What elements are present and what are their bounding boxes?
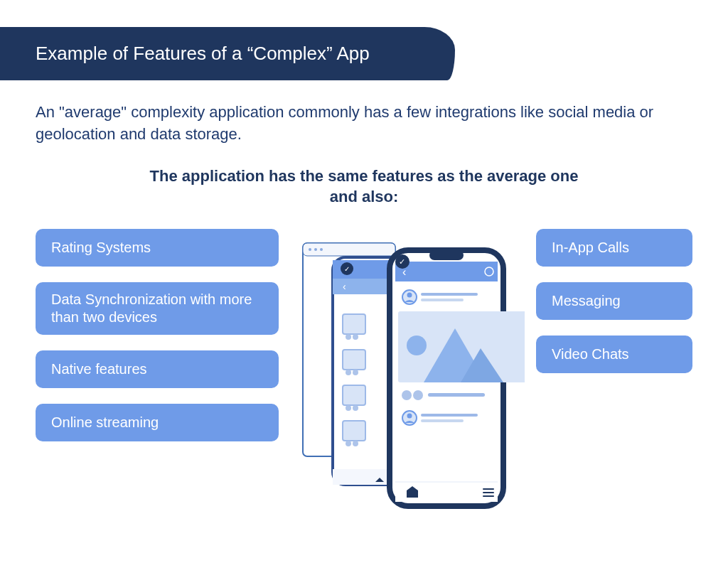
intro-text: An "average" complexity application comm… xyxy=(36,102,675,146)
feature-columns: Rating Systems Data Synchronization with… xyxy=(0,229,728,513)
svg-point-22 xyxy=(353,441,358,446)
svg-point-17 xyxy=(346,370,351,375)
svg-rect-34 xyxy=(421,299,464,301)
feature-pill: Native features xyxy=(36,350,279,388)
feature-label: Data Synchronization with more than two … xyxy=(51,291,252,325)
feature-pill: Messaging xyxy=(536,282,692,320)
feature-label: In-App Calls xyxy=(552,240,629,255)
svg-point-38 xyxy=(413,390,423,400)
svg-point-18 xyxy=(353,370,358,375)
feature-label: Rating Systems xyxy=(51,240,151,255)
feature-label: Online streaming xyxy=(51,414,159,430)
subheading-line1: The application has the same features as… xyxy=(150,167,579,185)
svg-rect-43 xyxy=(421,419,464,422)
subheading: The application has the same features as… xyxy=(115,166,613,208)
svg-text:✓: ✓ xyxy=(399,257,405,266)
svg-rect-42 xyxy=(421,414,478,417)
svg-point-32 xyxy=(407,292,412,297)
svg-rect-14 xyxy=(343,421,365,441)
svg-rect-39 xyxy=(428,393,485,397)
svg-rect-11 xyxy=(343,314,365,334)
svg-point-2 xyxy=(309,248,311,251)
feature-pill: Online streaming xyxy=(36,404,279,441)
feature-pill: In-App Calls xyxy=(536,229,692,267)
svg-point-41 xyxy=(407,413,412,418)
svg-point-4 xyxy=(320,248,323,251)
page-title: Example of Features of a “Complex” App xyxy=(36,43,370,64)
svg-text:✓: ✓ xyxy=(344,265,350,273)
page-title-banner: Example of Features of a “Complex” App xyxy=(0,27,455,80)
svg-point-36 xyxy=(407,336,427,355)
svg-point-15 xyxy=(346,334,351,340)
feature-label: Native features xyxy=(51,361,147,377)
subheading-line2: and also: xyxy=(330,188,399,205)
svg-rect-13 xyxy=(343,385,365,405)
svg-rect-12 xyxy=(343,350,365,370)
svg-point-21 xyxy=(346,441,351,446)
svg-point-37 xyxy=(402,390,412,400)
phones-icon: ‹ ✓ xyxy=(290,229,525,513)
svg-point-3 xyxy=(314,248,317,251)
features-right-column: In-App Calls Messaging Video Chats xyxy=(536,229,692,373)
svg-point-20 xyxy=(353,405,358,411)
svg-point-19 xyxy=(346,405,351,411)
svg-text:‹: ‹ xyxy=(343,281,346,292)
svg-rect-33 xyxy=(421,293,478,296)
svg-point-16 xyxy=(353,334,358,340)
svg-rect-26 xyxy=(395,262,498,281)
phones-illustration: ‹ ✓ xyxy=(290,229,525,513)
feature-pill: Rating Systems xyxy=(36,229,279,267)
feature-pill: Data Synchronization with more than two … xyxy=(36,282,279,335)
svg-rect-25 xyxy=(429,250,464,260)
feature-label: Video Chats xyxy=(552,346,629,362)
feature-label: Messaging xyxy=(552,293,621,308)
feature-pill: Video Chats xyxy=(536,336,692,373)
features-left-column: Rating Systems Data Synchronization with… xyxy=(36,229,279,441)
